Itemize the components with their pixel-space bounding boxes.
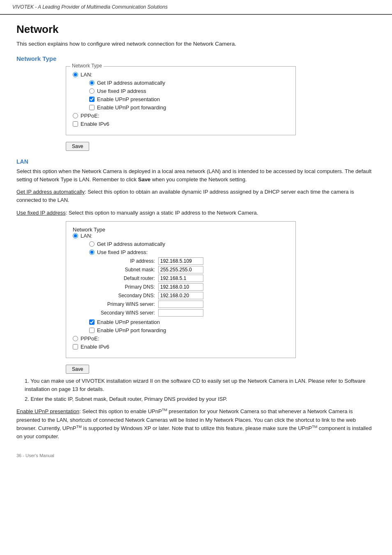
ip-address-row: IP address:: [97, 257, 289, 265]
get-ip-desc: Get IP address automatically: Select thi…: [16, 188, 376, 204]
ipv6-label1: Enable IPv6: [81, 121, 109, 127]
brand-text: VIVOTEK - A Leading Provider of Multimed…: [12, 4, 168, 10]
use-fixed-ip-radio[interactable]: [89, 88, 95, 94]
network-type-heading: Network Type: [16, 55, 376, 62]
primary-wins-label: Primary WINS server:: [97, 301, 155, 307]
ipv6-label2: Enable IPv6: [81, 344, 109, 350]
use-fixed-underline: Use fixed IP address: [16, 210, 66, 216]
lan-heading: LAN: [16, 158, 376, 165]
use-fixed-ip-label: Use fixed IP address: [97, 88, 146, 94]
network-type-box2: Network Type LAN: Get IP address automat…: [66, 221, 296, 358]
network-type-box1: Network Type LAN: Get IP address automat…: [66, 66, 296, 135]
box1-legend: Network Type: [70, 63, 104, 69]
pppoe-label: PPPoE:: [81, 113, 99, 119]
secondary-wins-input[interactable]: [158, 309, 203, 317]
upnp-forwarding-label2: Enable UPnP port forwarding: [97, 327, 166, 333]
pppoe-label2: PPPoE:: [81, 335, 99, 342]
secondary-wins-label: Secondary WINS server:: [97, 310, 155, 316]
get-ip-auto-row2[interactable]: Get IP address automatically: [89, 241, 289, 247]
use-fixed-ip-label2: Use fixed IP address:: [97, 249, 148, 255]
primary-wins-row: Primary WINS server:: [97, 301, 289, 308]
lan-label: LAN:: [81, 72, 92, 78]
page-number: 36 - User's Manual: [16, 453, 54, 458]
upnp-presentation-label2: Enable UPnP presentation: [97, 319, 160, 325]
header-bar: VIVOTEK - A Leading Provider of Multimed…: [0, 0, 392, 15]
upnp-forwarding-row2[interactable]: Enable UPnP port forwarding: [89, 327, 289, 333]
primary-dns-label: Primary DNS:: [97, 284, 155, 290]
save-button2[interactable]: Save: [66, 365, 89, 374]
ipv6-row1[interactable]: Enable IPv6: [73, 121, 289, 127]
ipv6-row2[interactable]: Enable IPv6: [73, 344, 289, 350]
subnet-input[interactable]: [158, 266, 203, 273]
get-ip-auto-label: Get IP address automatically: [97, 80, 165, 86]
secondary-dns-input[interactable]: [158, 292, 203, 299]
note2: 2. Enter the static IP, Subnet mask, Def…: [25, 395, 376, 403]
pppoe-radio-row2[interactable]: PPPoE:: [73, 335, 289, 342]
upnp-underline: Enable UPnP presentation: [16, 408, 79, 414]
page-title: Network: [16, 23, 376, 36]
note1: 1. You can make use of VIVOTEK installat…: [25, 377, 376, 393]
save-button1[interactable]: Save: [66, 142, 89, 151]
upnp-forwarding-check1[interactable]: [89, 105, 95, 110]
subnet-label: Subnet mask:: [97, 267, 155, 273]
lan-radio-row2[interactable]: LAN:: [73, 233, 289, 239]
pppoe-radio2[interactable]: [73, 336, 78, 341]
secondary-wins-row: Secondary WINS server:: [97, 309, 289, 317]
lan-description: Select this option when the Network Came…: [16, 167, 376, 184]
pppoe-radio[interactable]: [73, 113, 78, 118]
router-row: Default router:: [97, 275, 289, 282]
primary-dns-row: Primary DNS:: [97, 283, 289, 291]
primary-wins-input[interactable]: [158, 301, 203, 308]
upnp-presentation-row1[interactable]: Enable UPnP presentation: [89, 96, 289, 102]
upnp-forwarding-label1: Enable UPnP port forwarding: [97, 104, 166, 111]
get-ip-auto-label2: Get IP address automatically: [97, 241, 165, 247]
page-footer: 36 - User's Manual: [16, 453, 376, 458]
get-ip-auto-radio2[interactable]: [89, 241, 95, 247]
subnet-row: Subnet mask:: [97, 266, 289, 273]
upnp-presentation-label1: Enable UPnP presentation: [97, 96, 160, 102]
use-fixed-ip-row2[interactable]: Use fixed IP address:: [89, 249, 289, 255]
primary-dns-input[interactable]: [158, 283, 203, 291]
secondary-dns-row: Secondary DNS:: [97, 292, 289, 299]
router-input[interactable]: [158, 275, 203, 282]
upnp-presentation-check1[interactable]: [89, 97, 95, 102]
lan-radio-row[interactable]: LAN:: [73, 72, 289, 78]
box2-legend: Network Type: [73, 227, 105, 233]
lan-radio[interactable]: [73, 72, 78, 77]
upnp-forwarding-check2[interactable]: [89, 328, 95, 333]
ipv6-check1[interactable]: [73, 121, 78, 127]
lan-radio2[interactable]: [73, 233, 78, 238]
lan-label2: LAN:: [81, 233, 92, 239]
pppoe-radio-row[interactable]: PPPoE:: [73, 113, 289, 119]
use-fixed-desc: Use fixed IP address: Select this option…: [16, 209, 376, 217]
get-ip-auto-radio[interactable]: [89, 80, 95, 86]
router-label: Default router:: [97, 275, 155, 281]
get-ip-auto-row[interactable]: Get IP address automatically: [89, 80, 289, 86]
upnp-footer-text: Enable UPnP presentation: Select this op…: [16, 407, 376, 441]
notes-list: 1. You can make use of VIVOTEK installat…: [25, 377, 376, 403]
ip-address-input[interactable]: [158, 257, 203, 265]
secondary-dns-label: Secondary DNS:: [97, 293, 155, 298]
ipv6-check2[interactable]: [73, 344, 78, 349]
get-ip-underline: Get IP address automatically: [16, 189, 85, 195]
ip-address-label: IP address:: [97, 258, 155, 264]
use-fixed-ip-row[interactable]: Use fixed IP address: [89, 88, 289, 94]
upnp-presentation-row2[interactable]: Enable UPnP presentation: [89, 319, 289, 325]
upnp-presentation-check2[interactable]: [89, 319, 95, 325]
upnp-forwarding-row1[interactable]: Enable UPnP port forwarding: [89, 104, 289, 111]
use-fixed-ip-radio2[interactable]: [89, 250, 95, 255]
intro-text: This section explains how to configure w…: [16, 41, 376, 47]
